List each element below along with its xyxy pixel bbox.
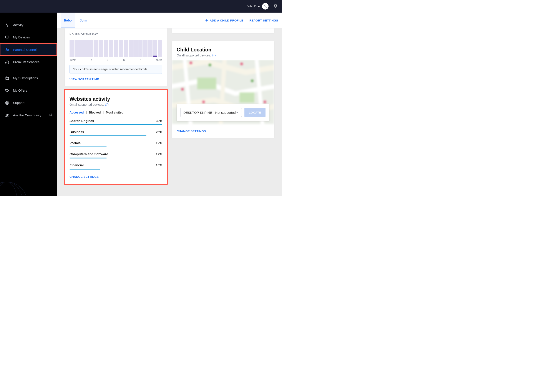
sidebar-item-label: Ask the Community — [13, 113, 41, 117]
info-icon[interactable]: i — [105, 103, 108, 106]
sidebar: Bitdefender CENTRAL Activity My Devices … — [0, 0, 57, 196]
svg-point-34 — [181, 88, 184, 91]
svg-point-4 — [6, 49, 7, 49]
svg-point-12 — [6, 89, 7, 90]
locate-button[interactable]: LOCATE — [244, 108, 265, 117]
category-percent: 10% — [156, 163, 162, 167]
hour-bar — [114, 40, 118, 57]
hour-bar — [99, 40, 103, 57]
hour-bar — [124, 40, 128, 57]
category-bar — [70, 158, 107, 158]
chevron-down-icon — [236, 111, 239, 114]
location-subtitle: On all supported devices. i — [177, 54, 269, 57]
hour-bar — [158, 40, 162, 57]
svg-line-18 — [7, 102, 8, 102]
category-name: Computers and Software — [70, 152, 108, 156]
hour-bar — [143, 40, 148, 57]
svg-point-31 — [190, 62, 192, 64]
category-percent: 30% — [156, 119, 162, 123]
category-bar — [70, 147, 107, 147]
sidebar-item-activity[interactable]: Activity — [0, 19, 57, 31]
websites-sub-text: On all supported devices. — [70, 103, 104, 106]
locate-label: LOCATE — [249, 111, 261, 114]
websites-filter-tabs: Accessed | Blocked | Most visited — [70, 111, 162, 114]
partial-card — [172, 28, 274, 33]
sidebar-item-label: Support — [13, 101, 25, 105]
svg-point-14 — [7, 102, 8, 104]
filter-blocked[interactable]: Blocked — [89, 111, 100, 114]
sidebar-item-label: Parental Control — [13, 48, 36, 51]
tab-label: John — [80, 19, 87, 22]
svg-point-35 — [251, 79, 254, 82]
svg-line-16 — [7, 103, 8, 104]
sidebar-item-my-subscriptions[interactable]: My Subscriptions — [0, 72, 57, 84]
sidebar-item-parental-control[interactable]: Parental Control — [0, 43, 57, 56]
username: John Doe — [247, 5, 260, 8]
bell-icon — [273, 4, 278, 8]
map-control-panel: DESKTOP-KKPII6E - Not supported LOCATE — [177, 104, 269, 121]
svg-point-22 — [0, 182, 27, 196]
lifebuoy-icon — [5, 101, 9, 105]
hours-title: HOURS OF THE DAY — [70, 33, 162, 36]
category-percent: 12% — [156, 152, 162, 156]
view-screen-time-link[interactable]: VIEW SCREEN TIME — [70, 78, 162, 81]
sidebar-item-my-devices[interactable]: My Devices — [0, 31, 57, 43]
avatar[interactable] — [262, 3, 269, 10]
filter-accessed[interactable]: Accessed — [70, 111, 84, 114]
hour-bar — [70, 40, 74, 57]
hour-bar — [148, 40, 152, 57]
sidebar-item-label: Premium Services — [13, 60, 40, 64]
hour-bar — [79, 40, 84, 57]
websites-change-settings-link[interactable]: CHANGE SETTINGS — [70, 175, 99, 178]
location-change-settings-link[interactable]: CHANGE SETTINGS — [177, 130, 206, 133]
sidebar-item-label: My Subscriptions — [13, 76, 38, 80]
add-child-profile-button[interactable]: ADD A CHILD PROFILE — [205, 19, 243, 22]
svg-point-0 — [265, 5, 266, 6]
x-label: NOW — [156, 59, 162, 61]
hour-bar — [109, 40, 113, 57]
websites-title: Websites activity — [70, 96, 162, 102]
hours-x-labels: 12AM 4 8 12 4 NOW — [70, 59, 162, 61]
category-bar — [70, 169, 100, 169]
device-select[interactable]: DESKTOP-KKPII6E - Not supported — [180, 108, 242, 117]
category-row: Computers and Software12% — [70, 152, 162, 158]
sidebar-item-ask-community[interactable]: Ask the Community — [0, 109, 57, 121]
svg-point-38 — [264, 101, 266, 103]
people-icon — [5, 48, 9, 52]
plus-icon — [205, 19, 208, 22]
category-row: Portals12% — [70, 141, 162, 147]
user-menu[interactable]: John Doe — [247, 3, 278, 10]
hour-bar — [129, 40, 133, 57]
hour-bar — [104, 40, 108, 57]
filter-most-visited[interactable]: Most visited — [106, 111, 123, 114]
x-label: 8 — [107, 59, 108, 61]
svg-point-5 — [7, 49, 8, 50]
report-settings-button[interactable]: REPORT SETTINGS — [250, 19, 278, 22]
notifications-button[interactable] — [273, 4, 278, 9]
x-label: 12 — [123, 59, 125, 61]
tab-child-john[interactable]: John — [77, 13, 90, 28]
category-row: Financial10% — [70, 163, 162, 169]
x-label: 4 — [91, 59, 92, 61]
hour-bar — [133, 40, 138, 57]
category-bar — [70, 135, 146, 136]
hour-bar — [84, 40, 89, 57]
sidebar-item-support[interactable]: Support — [0, 97, 57, 109]
category-name: Business — [70, 130, 84, 134]
hours-card: HOURS OF THE DAY 12AM 4 8 12 4 NOW Your … — [65, 28, 167, 86]
sidebar-item-my-offers[interactable]: My Offers — [0, 84, 57, 97]
hour-bar — [138, 40, 143, 57]
category-percent: 25% — [156, 130, 162, 134]
add-child-label: ADD A CHILD PROFILE — [210, 19, 243, 22]
sidebar-item-premium-services[interactable]: Premium Services — [0, 56, 57, 68]
sidebar-item-label: My Devices — [13, 35, 30, 39]
x-label: 12AM — [70, 59, 76, 61]
svg-line-17 — [6, 103, 7, 104]
category-name: Portals — [70, 141, 81, 145]
svg-point-21 — [7, 115, 7, 116]
activity-icon — [5, 23, 9, 27]
child-location-card: Child Location On all supported devices.… — [172, 41, 274, 138]
tab-child-bobo[interactable]: Bobo — [61, 13, 75, 28]
info-icon[interactable]: i — [212, 54, 215, 57]
category-percent: 12% — [156, 141, 162, 145]
